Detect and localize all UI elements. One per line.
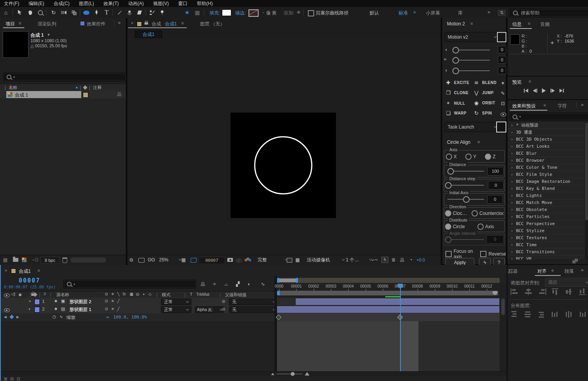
edit-box-tool-icon[interactable]: ⊡ <box>501 101 505 106</box>
fill-swatch[interactable] <box>222 9 231 16</box>
row-slash-icon[interactable]: ╱ <box>117 307 120 311</box>
stroke-label[interactable]: 描边: <box>235 10 246 16</box>
link-dimensions-icon[interactable]: ∞ <box>106 315 109 319</box>
viewer-tab-comp-prefix[interactable]: 合成 <box>152 21 161 27</box>
add-arrow-icon[interactable]: ◉ <box>297 10 300 14</box>
property-value[interactable]: 100.0, 100.0% <box>113 315 147 320</box>
exposure-icon[interactable]: ◔ <box>409 257 412 263</box>
distance-step-knob[interactable] <box>445 182 452 189</box>
excite-button[interactable]: ✚EXCITE <box>445 80 469 86</box>
bit-depth-button[interactable]: 8 bpc <box>41 257 59 264</box>
layer-name[interactable]: 形状图层 2 <box>70 299 91 305</box>
layer-bar-1[interactable] <box>296 299 499 305</box>
help-search-input[interactable]: 搜索帮助 <box>509 9 588 17</box>
stereo-3d-icon[interactable]: ʘʘ <box>148 257 155 263</box>
previous-frame-button[interactable] <box>533 89 537 93</box>
workspace-default[interactable]: 默认 <box>370 10 379 16</box>
comp-name-caret-icon[interactable]: ▼ <box>47 33 50 37</box>
t-column[interactable]: T <box>190 292 193 297</box>
effects-category-row[interactable]: › 3D 通道 <box>508 129 585 136</box>
layer-label-swatch[interactable] <box>34 299 40 305</box>
menu-item[interactable]: 合成(C) <box>54 0 70 7</box>
null-button[interactable]: ⌖NULL <box>445 100 465 106</box>
pen-tool-icon[interactable] <box>92 9 101 16</box>
effects-category-row[interactable]: › BCC Browser <box>508 157 585 164</box>
camera-tool-icon[interactable] <box>59 9 68 16</box>
tab-audio[interactable]: 音频 <box>540 21 550 28</box>
task-launch-dropdown[interactable]: Task Launch˅ <box>445 122 499 132</box>
tab-character[interactable]: 字符 <box>558 103 567 109</box>
zoom-tool-icon[interactable] <box>36 9 45 16</box>
brush-tool-icon[interactable] <box>115 9 123 16</box>
effects-category-row[interactable]: › BCC Color & Tone <box>508 164 585 171</box>
parent-dropdown[interactable]: 无˅ <box>229 299 278 305</box>
effects-category-row[interactable]: › BCC Particles <box>508 213 585 220</box>
expander-icon[interactable]: ▾ <box>29 307 30 311</box>
zoom-in-frames-icon[interactable] <box>305 372 309 376</box>
viewer-canvas[interactable] <box>127 38 441 255</box>
trash-icon[interactable] <box>63 258 67 263</box>
work-area-bar[interactable] <box>277 291 498 295</box>
project-tabs-overflow-icon[interactable]: » <box>118 20 121 25</box>
effects-category-row[interactable]: › BCC Perspective <box>508 220 585 227</box>
row-sun-icon[interactable]: ☀ <box>111 307 114 311</box>
initial-axis-knob[interactable] <box>463 196 470 203</box>
reverse-checkbox[interactable] <box>480 251 486 257</box>
counterclockwise-radio[interactable] <box>472 210 478 216</box>
roto-brush-tool-icon[interactable] <box>148 9 156 16</box>
last-frame-button[interactable] <box>559 89 564 93</box>
shape-tool-icon[interactable] <box>82 9 91 16</box>
task-box-icon[interactable] <box>496 122 506 132</box>
effects-category-row[interactable]: › BCC 3D Objects <box>508 136 585 143</box>
blend-mode-dropdown[interactable]: 正常˅ <box>161 306 191 313</box>
info-panel-menu-icon[interactable]: ≡ <box>528 21 530 26</box>
comp-mini-flowchart-icon[interactable]: 品 <box>201 281 205 287</box>
distance-value[interactable]: 100 <box>487 167 504 175</box>
playhead-line[interactable] <box>400 284 401 371</box>
effects-category-row[interactable]: › BCC Lights <box>508 192 585 199</box>
motion2-title[interactable]: Motion 2 <box>447 21 465 27</box>
effects-category-row[interactable]: › BCC Stylize <box>508 227 585 234</box>
timeline-search-input[interactable]: ▾ <box>63 280 196 288</box>
property-row-scale[interactable]: ◀ ▶ ◷ ∿ 缩放 ∞ 100.0, 100.0% <box>1 313 276 322</box>
menu-item[interactable]: 效果(T) <box>104 0 119 7</box>
warp-button[interactable]: ❏WARP <box>445 110 466 116</box>
parent-pickwhip-icon[interactable]: ◎ <box>222 299 225 303</box>
menu-item[interactable]: 视图(V) <box>153 0 169 7</box>
proxy-icon[interactable]: ⌁ʘ <box>32 257 39 263</box>
zoom-slider-knob[interactable] <box>291 372 295 376</box>
row-quality-icon[interactable]: ⊙ <box>105 299 108 303</box>
tab-paragraph[interactable]: 段落 <box>565 268 574 275</box>
time-ruler[interactable]: 0000000010000200003000040000500006000070… <box>270 284 505 288</box>
toggle-switches-pane-icon[interactable]: ⊞ <box>4 377 7 381</box>
align-right-button[interactable] <box>538 288 546 296</box>
orbit-button[interactable]: ◉ORBIT <box>474 100 495 106</box>
effects-category-row[interactable]: › BCC Image Restoration <box>508 178 585 185</box>
comp-thumbnail[interactable] <box>3 31 29 58</box>
hand-tool-icon[interactable] <box>26 9 34 16</box>
align-panel-menu-icon[interactable]: ≡ <box>551 268 554 273</box>
grid-guides-icon[interactable]: ▦ <box>181 257 186 263</box>
trkmat-column[interactable]: TrkMat <box>196 292 209 297</box>
motion-preset-dropdown[interactable]: Motion v2˅ <box>445 32 499 42</box>
first-frame-button[interactable] <box>524 89 528 93</box>
fast-previews-icon[interactable] <box>287 258 292 263</box>
property-name[interactable]: 缩放 <box>66 315 75 320</box>
prev-keyframe-icon[interactable]: ◀ <box>4 315 7 319</box>
mode-column[interactable]: 模式 <box>162 292 170 298</box>
view-layout-dropdown[interactable]: 1 个…˅ <box>343 256 374 263</box>
distribute-axis-radio[interactable] <box>477 224 484 230</box>
add-keyframe-icon[interactable] <box>9 315 14 319</box>
effects-category-row[interactable]: › BCC Time <box>508 241 585 249</box>
align-hcenter-button[interactable] <box>524 288 533 296</box>
toggle-transfer-controls-icon[interactable]: ⊟ <box>10 377 13 381</box>
parent-pickwhip-icon[interactable]: ◎ <box>222 307 225 311</box>
project-list-area[interactable] <box>0 98 126 255</box>
workspace-small-screen[interactable]: 小屏幕 <box>426 10 440 16</box>
clone-button[interactable]: ❐CLONE <box>445 90 469 96</box>
stroke-swatch-none[interactable] <box>248 9 259 17</box>
slider-in-value[interactable]: 0 <box>498 46 506 54</box>
row-slash-icon[interactable]: ╱ <box>117 299 120 303</box>
timeline-splitter[interactable] <box>274 276 277 376</box>
menu-item[interactable]: 编辑(E) <box>29 0 44 7</box>
